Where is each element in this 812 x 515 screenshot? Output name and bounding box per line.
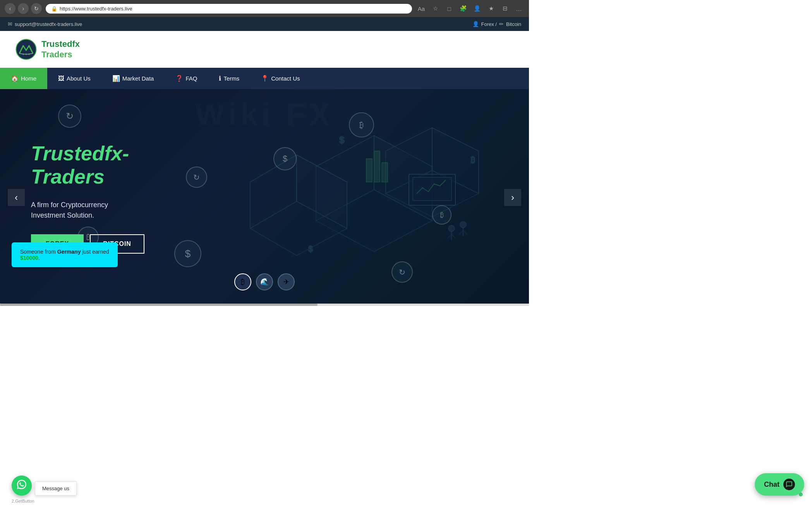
profile-button[interactable]: 👤 [472, 3, 482, 14]
carousel-dot-3[interactable]: ✈ [278, 273, 295, 290]
logo-area[interactable]: Trustedfx Traders [15, 39, 80, 60]
sidebar-button[interactable]: ⊟ [500, 3, 510, 14]
carousel-prev-button[interactable]: ‹ [8, 189, 25, 206]
url-text: https://www.trustedfx-traders.live [60, 6, 132, 12]
scroll-indicator [0, 304, 529, 306]
subtitle-line2: Investment Solution. [31, 211, 94, 219]
collection-button[interactable]: □ [444, 3, 455, 14]
nav-terms-label: Terms [223, 75, 239, 82]
dot-2-icon: 🌊 [260, 278, 269, 286]
nav-faq-label: FAQ [185, 75, 197, 82]
back-button[interactable]: ‹ [5, 3, 15, 14]
browser-chrome: ‹ › ↻ 🔒 https://www.trustedfx-traders.li… [0, 0, 529, 17]
notif-text-prefix: Someone from [20, 249, 57, 255]
nav-contact-label: Contact Us [271, 75, 300, 82]
hero-title: Trustedfx-Traders [31, 142, 201, 188]
logo-icon [15, 39, 37, 60]
logo-line1: Trustedfx [41, 39, 80, 49]
faq-icon: ❓ [175, 75, 183, 82]
about-icon: 🖼 [58, 75, 64, 82]
favorites-button[interactable]: ★ [486, 3, 496, 14]
nav-about-label: About Us [67, 75, 91, 82]
nav-terms[interactable]: ℹ Terms [208, 68, 250, 89]
nav-market-data[interactable]: 📊 Market Data [101, 68, 165, 89]
browser-nav-buttons: ‹ › ↻ [5, 3, 42, 14]
nav-market-label: Market Data [122, 75, 154, 82]
reload-button[interactable]: ↻ [31, 3, 42, 14]
nav-home-label: Home [21, 75, 36, 82]
contact-icon: 📍 [261, 75, 269, 82]
nav-faq[interactable]: ❓ FAQ [165, 68, 208, 89]
forward-button[interactable]: › [18, 3, 29, 14]
notif-text-mid: just earned [81, 249, 109, 255]
subtitle-line1: A firm for Cryptocurrency [31, 201, 108, 209]
notif-country: Germany [57, 249, 81, 255]
top-bar-email: ✉ support@trustedfx-traders.live [8, 21, 82, 27]
address-bar[interactable]: 🔒 https://www.trustedfx-traders.live [46, 4, 412, 14]
email-address: support@trustedfx-traders.live [15, 21, 82, 27]
user-icon: 👤 [472, 21, 479, 27]
top-bar: ✉ support@trustedfx-traders.live 👤 Forex… [0, 17, 529, 31]
notif-suffix: . [38, 255, 40, 261]
dot-3-icon: ✈ [283, 278, 289, 286]
bookmark-button[interactable]: ☆ [430, 3, 441, 14]
nav-about[interactable]: 🖼 About Us [47, 68, 101, 89]
menu-button[interactable]: … [513, 3, 524, 14]
scroll-thumb[interactable] [0, 304, 318, 306]
extension-button[interactable]: 🧩 [458, 3, 469, 14]
browser-actions: Aa ☆ □ 🧩 👤 ★ ⊟ … [416, 3, 524, 14]
email-icon: ✉ [8, 21, 12, 27]
home-icon: 🏠 [11, 75, 19, 82]
notification-popup: Someone from Germany just earned $10000. [12, 242, 118, 267]
main-nav: 🏠 Home 🖼 About Us 📊 Market Data ❓ FAQ ℹ … [0, 68, 529, 89]
notif-amount: $10000 [20, 255, 38, 261]
carousel-next-button[interactable]: › [504, 189, 521, 206]
market-icon: 📊 [112, 75, 120, 82]
logo-line2: Traders [41, 50, 72, 59]
top-bar-links: 👤 Forex / ✏ Bitcoin [472, 21, 522, 27]
bitcoin-label[interactable]: Bitcoin [506, 21, 521, 27]
carousel-dot-2[interactable]: 🌊 [256, 273, 273, 290]
dot-1-icon: ₿ [241, 278, 245, 287]
nav-home[interactable]: 🏠 Home [0, 68, 47, 89]
hero-section: Wiki FX ↻ ↻ ₿ ₿ $ ↻ $ ₿ [0, 89, 529, 306]
reader-view-button[interactable]: Aa [416, 3, 427, 14]
hero-subtitle: A firm for Cryptocurrency Investment Sol… [31, 200, 201, 221]
carousel-dot-1[interactable]: ₿ [234, 273, 251, 290]
forex-label[interactable]: Forex / [481, 21, 497, 27]
terms-icon: ℹ [219, 75, 221, 82]
logo-text: Trustedfx Traders [41, 39, 80, 60]
site-header: Trustedfx Traders [0, 31, 529, 68]
nav-contact[interactable]: 📍 Contact Us [250, 68, 311, 89]
carousel-dots: ₿ 🌊 ✈ [234, 273, 295, 290]
edit-icon: ✏ [499, 21, 504, 27]
